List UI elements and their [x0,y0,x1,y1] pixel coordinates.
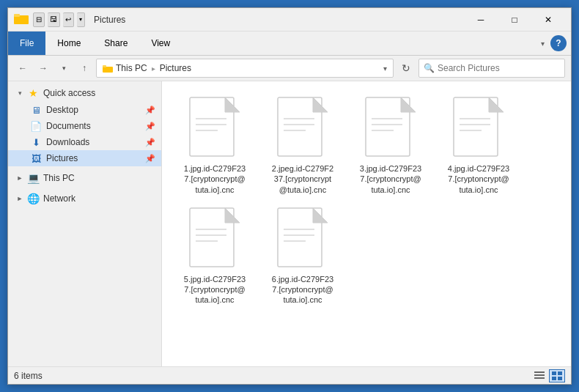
this-pc-expand-icon: ► [14,172,26,184]
path-sep-1: ▸ [152,64,155,73]
sidebar-item-downloads[interactable]: ⬇ Downloads 📌 [8,134,161,150]
svg-rect-3 [103,65,106,67]
sidebar: ▾ ★ Quick access 🖥 Desktop 📌 📄 Documents… [8,81,162,366]
network-expand-icon: ► [14,193,26,204]
file-name-5: 5.jpg.id-C279F237.[cryptoncrypt@tuta.io]… [184,274,246,306]
tab-home[interactable]: Home [45,32,92,55]
list-item[interactable]: 3.jpg.id-C279F237.[cryptoncrypt@tuta.io]… [347,90,435,201]
svg-rect-32 [558,371,562,375]
sidebar-item-desktop[interactable]: 🖥 Desktop 📌 [8,102,161,118]
ribbon-tabs: File Home Share View ▾ ? [8,32,571,56]
svg-rect-14 [372,124,402,125]
search-box[interactable]: 🔍 [418,59,565,78]
quick-access-label: Quick access [43,88,95,98]
svg-rect-25 [284,229,314,230]
svg-rect-23 [196,240,218,242]
svg-rect-7 [196,130,218,131]
up-button[interactable]: ↑ [75,59,93,77]
svg-rect-5 [196,118,226,119]
window-icon [14,12,29,27]
list-item[interactable]: 2.jpeg.id-C279F237.[cryptoncrypt@tuta.io… [259,90,347,201]
svg-rect-28 [534,371,545,373]
window-title: Pictures [94,15,125,25]
svg-rect-34 [558,377,562,380]
svg-rect-26 [284,234,314,236]
forward-button[interactable]: → [34,59,52,77]
view-buttons [531,369,565,382]
network-header[interactable]: ► 🌐 Network [8,190,161,207]
tab-view[interactable]: View [139,32,182,55]
path-this-pc: This PC [116,63,147,73]
svg-rect-21 [196,229,226,230]
file-name-1: 1.jpg.id-C279F237.[cryptoncrypt@tuta.io]… [184,163,246,195]
svg-rect-22 [196,234,226,236]
desktop-icon: 🖥 [29,104,43,116]
svg-rect-9 [284,118,314,119]
title-bar-left: ⊟ 🖫 ↩ ▾ Pictures [14,12,464,27]
file-icon-1 [188,96,241,160]
maximize-button[interactable]: □ [498,8,531,32]
file-area: 1.jpg.id-C279F237.[cryptoncrypt@tuta.io]… [162,81,571,366]
svg-rect-17 [460,118,490,119]
help-button[interactable]: ? [550,35,567,51]
pin-icon-docs: 📌 [145,122,155,131]
file-name-4: 4.jpg.id-C279F237.[cryptoncrypt@tuta.io]… [448,163,509,195]
this-pc-header[interactable]: ► 💻 This PC [8,169,161,187]
svg-rect-6 [196,124,226,125]
list-item[interactable]: 1.jpg.id-C279F237.[cryptoncrypt@tuta.io]… [171,90,259,201]
tab-file[interactable]: File [8,32,45,55]
large-icons-view-button[interactable] [549,369,565,382]
quick-access-section: ▾ ★ Quick access 🖥 Desktop 📌 📄 Documents… [8,84,161,166]
back-button[interactable]: ← [14,59,32,77]
list-item[interactable]: 6.jpg.id-C279F237.[cryptoncrypt@tuta.io]… [259,201,347,311]
file-name-6: 6.jpg.id-C279F237.[cryptoncrypt@tuta.io]… [272,274,333,306]
documents-label: Documents [46,121,91,131]
file-icon-2 [276,96,329,160]
sidebar-item-pictures[interactable]: 🖼 Pictures 📌 [8,150,161,166]
details-view-button[interactable] [531,369,547,382]
network-section: ► 🌐 Network [8,190,161,207]
file-name-2: 2.jpeg.id-C279F237.[cryptoncrypt@tuta.io… [272,163,333,195]
save-toolbar-btn[interactable]: 🖫 [48,12,60,27]
svg-rect-2 [103,67,113,73]
title-controls: ─ □ ✕ [464,8,565,32]
undo-toolbar-btn[interactable]: ↩ [63,12,74,27]
path-pictures: Pictures [160,63,191,73]
quick-access-toolbar-btn[interactable]: ⊟ [33,12,45,27]
network-label: Network [43,193,75,204]
svg-rect-19 [460,130,482,131]
close-button[interactable]: ✕ [531,8,565,32]
pictures-label: Pictures [46,153,78,163]
dropdown-toolbar-btn[interactable]: ▾ [77,12,85,27]
documents-icon: 📄 [29,120,43,132]
refresh-button[interactable]: ↻ [397,59,416,78]
file-icon-5 [188,207,241,271]
svg-rect-1 [14,14,20,17]
quick-access-header[interactable]: ▾ ★ Quick access [8,84,161,102]
path-icon [103,64,113,73]
svg-rect-10 [284,124,314,125]
network-icon: 🌐 [26,193,40,204]
address-bar: ← → ▾ ↑ This PC ▸ Pictures ▾ ↻ 🔍 [8,56,571,81]
address-dropdown-icon[interactable]: ▾ [383,64,387,73]
recent-locations-button[interactable]: ▾ [55,59,73,77]
address-path[interactable]: This PC ▸ Pictures ▾ [96,59,394,78]
pin-icon: 📌 [145,106,155,115]
svg-rect-15 [372,130,394,131]
search-input[interactable] [438,63,560,73]
search-icon: 🔍 [424,63,435,73]
status-bar: 6 items [8,366,571,384]
file-icon-6 [276,207,329,271]
svg-rect-33 [552,377,556,380]
tab-share[interactable]: Share [92,32,139,55]
svg-rect-27 [284,240,306,242]
svg-rect-13 [372,118,402,119]
ribbon-collapse-icon[interactable]: ▾ [538,38,547,49]
quick-access-expand-icon: ▾ [14,87,26,99]
file-name-3: 3.jpg.id-C279F237.[cryptoncrypt@tuta.io]… [360,163,421,195]
sidebar-item-documents[interactable]: 📄 Documents 📌 [8,118,161,134]
list-item[interactable]: 5.jpg.id-C279F237.[cryptoncrypt@tuta.io]… [171,201,259,311]
list-item[interactable]: 4.jpg.id-C279F237.[cryptoncrypt@tuta.io]… [435,90,523,201]
minimize-button[interactable]: ─ [464,8,498,32]
file-icon-3 [364,96,417,160]
